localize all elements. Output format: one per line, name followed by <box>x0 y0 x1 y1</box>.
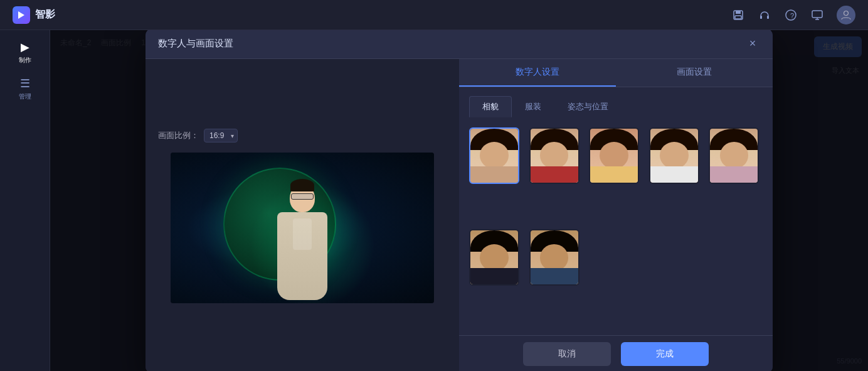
avatar-card-2[interactable] <box>529 127 580 184</box>
help-icon[interactable]: ? <box>784 8 798 22</box>
avatar-card-5[interactable] <box>709 127 759 184</box>
avatar-face-7 <box>531 230 578 284</box>
main-tabs: 数字人设置 画面设置 <box>459 59 773 87</box>
modal-title: 数字人与画面设置 <box>158 38 233 50</box>
logo: 智影 <box>13 6 55 24</box>
digital-human-modal: 数字人与画面设置 × 画面比例： 16:9 9:16 1:1 <box>146 30 773 371</box>
video-preview <box>171 153 434 303</box>
aspect-ratio-select[interactable]: 16:9 9:16 1:1 <box>204 129 238 142</box>
sidebar-produce-label: 制作 <box>19 56 31 65</box>
app-header: 智影 ? <box>0 0 868 30</box>
confirm-button[interactable]: 完成 <box>621 342 709 366</box>
avatar-face-6 <box>470 230 518 284</box>
svg-rect-8 <box>812 11 822 18</box>
sidebar-item-produce[interactable]: ▶ 制作 <box>9 36 41 68</box>
anchor-head <box>290 184 315 212</box>
produce-icon: ▶ <box>21 40 29 54</box>
aspect-select-wrapper: 16:9 9:16 1:1 <box>204 129 238 142</box>
sidebar-item-manage[interactable]: ☰ 管理 <box>9 73 41 104</box>
content-area: 未命名_2 画面比例 16:9 数字人与画面设置 × <box>50 30 868 371</box>
tab-appearance[interactable]: 相貌 <box>469 96 512 117</box>
main-area: ▶ 制作 ☰ 管理 未命名_2 画面比例 16:9 数字 <box>0 30 868 371</box>
svg-point-11 <box>844 11 849 15</box>
avatar-face-2 <box>531 129 578 183</box>
avatar-card-1[interactable] <box>469 127 519 184</box>
modal-close-button[interactable]: × <box>745 36 760 51</box>
manage-icon: ☰ <box>20 77 30 90</box>
preview-panel: 画面比例： 16:9 9:16 1:1 <box>146 59 459 372</box>
sidebar: ▶ 制作 ☰ 管理 <box>0 30 50 371</box>
svg-rect-2 <box>736 11 741 14</box>
anchor-figure <box>265 178 340 303</box>
anchor-body <box>277 212 327 300</box>
avatar-card-6[interactable] <box>469 229 519 286</box>
anchor-glasses <box>291 193 314 200</box>
save-icon[interactable] <box>731 8 745 22</box>
avatar-card-3[interactable] <box>589 127 639 184</box>
svg-rect-3 <box>735 16 741 19</box>
headphone-icon[interactable] <box>758 8 771 22</box>
modal-header: 数字人与画面设置 × <box>146 30 773 59</box>
tab-outfit[interactable]: 服装 <box>512 96 554 117</box>
monitor-icon[interactable] <box>810 8 824 22</box>
avatar-face-1 <box>470 129 518 183</box>
sidebar-manage-label: 管理 <box>19 92 31 101</box>
avatar-face-3 <box>590 129 638 183</box>
settings-panel: 数字人设置 画面设置 相貌 服装 姿态与位置 <box>459 59 773 372</box>
user-avatar[interactable] <box>837 6 855 24</box>
sub-tabs: 相貌 服装 姿态与位置 <box>459 87 773 117</box>
svg-rect-4 <box>760 16 762 19</box>
svg-rect-5 <box>767 16 769 19</box>
avatar-face-5 <box>710 129 758 183</box>
logo-icon <box>13 6 30 24</box>
avatar-face-4 <box>650 129 698 183</box>
tab-digital-human[interactable]: 数字人设置 <box>459 59 616 87</box>
svg-marker-0 <box>18 11 24 19</box>
avatar-card-4[interactable] <box>649 127 699 184</box>
modal-footer: 取消 完成 <box>459 335 773 372</box>
header-icons: ? <box>731 6 855 24</box>
tab-pose[interactable]: 姿态与位置 <box>554 96 622 117</box>
logo-text: 智影 <box>35 8 55 21</box>
aspect-ratio-row: 画面比例： 16:9 9:16 1:1 <box>158 129 243 142</box>
modal-body: 画面比例： 16:9 9:16 1:1 <box>146 59 773 372</box>
avatar-grid <box>459 117 773 335</box>
avatar-card-7[interactable] <box>529 229 580 286</box>
cancel-button[interactable]: 取消 <box>523 342 611 366</box>
aspect-ratio-label: 画面比例： <box>158 130 199 141</box>
tab-scene[interactable]: 画面设置 <box>616 59 773 87</box>
svg-text:?: ? <box>790 12 794 19</box>
